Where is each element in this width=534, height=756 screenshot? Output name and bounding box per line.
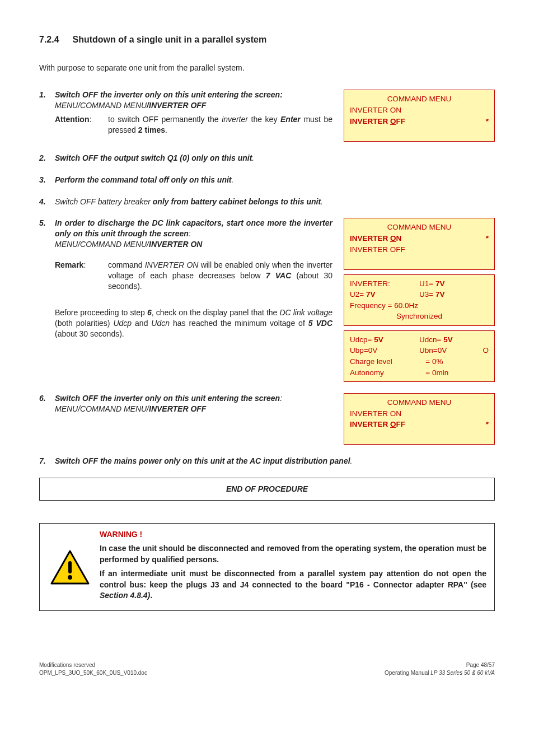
step-7: 7. Switch OFF the mains power only on th… [39,456,495,466]
lcd-row: INVERTER ON [350,408,489,419]
step-6: 6. Switch OFF the inverter only on this … [39,393,495,445]
step-number: 5. [39,218,55,228]
lcd-panel-5c: Udcp= 5V Udcn= 5V Ubp=0V Ubn=0VO Charge … [344,330,495,382]
lcd-panel-5a: COMMAND MENU INVERTER ON * INVERTER OFF [344,218,495,269]
step1-lead: Switch OFF the inverter only on this uni… [55,90,283,99]
step5-lead: In order to discharge the DC link capaci… [55,218,332,238]
lcd-l: U2= 7V [350,289,419,300]
lcd-r: = 0% [425,356,489,367]
step-5: 5. In order to discharge the DC link cap… [39,218,495,382]
lcd-r: U1= 7V [419,278,489,290]
step-number: 1. [39,90,55,100]
lcd-row: INVERTER OFF * [350,116,489,127]
end-of-procedure: END OF PROCEDURE [39,478,495,501]
step5-path2: INVERTER ON [149,240,202,249]
svg-rect-1 [68,561,72,573]
step2-lead: Switch OFF the output switch Q1 (0) only… [55,153,252,162]
intro-text: With purpose to separate one unit from t… [39,63,495,73]
lcd-row: INVERTER OFF [350,244,489,255]
lcd-r: = 0min [425,367,489,379]
section-heading: 7.2.4 Shutdown of a single unit in a par… [39,34,495,46]
lcd-l: Autonomy [350,367,425,379]
section-number: 7.2.4 [39,34,70,46]
page-footer: Modifications reserved OPM_LPS_3UO_50K_6… [39,661,495,677]
lcd-title: COMMAND MENU [350,222,489,233]
step-number: 7. [39,456,55,466]
step5-before: Before proceeding to step 6, check on th… [55,307,332,339]
lcd-row: Synchronized [350,311,489,322]
lcd-r: Udcn= 5V [419,334,489,346]
svg-point-2 [68,575,72,580]
warning-box: WARNING ! In case the unit should be dis… [39,523,495,611]
lcd-l: Charge level [350,356,425,367]
step-1: 1. Switch OFF the inverter only on this … [39,90,495,141]
lcd-panel-5b: INVERTER: U1= 7V U2= 7V U3= 7V Frequency… [344,274,495,326]
lcd-r: Ubn=0VO [419,345,489,356]
warning-title: WARNING ! [100,529,486,540]
step-number: 2. [39,153,55,164]
attention-label: Attention: [55,114,108,136]
lcd-title: COMMAND MENU [350,94,489,105]
step-number: 6. [39,393,55,404]
lcd-panel-1: COMMAND MENU INVERTER ON INVERTER OFF * [344,90,495,141]
lcd-l: Udcp= 5V [350,334,419,346]
lcd-row: INVERTER OFF * [350,419,489,430]
step1-path-plain: MENU/COMMAND MENU [55,101,147,110]
lcd-title: COMMAND MENU [350,397,489,408]
warning-icon [40,524,100,610]
step5-path1: MENU/COMMAND MENU/ [55,240,149,249]
step6-lead: Switch OFF the inverter only on this uni… [55,394,280,403]
remark-text: command INVERTER ON will be enabled only… [108,260,332,292]
lcd-row: Frequency = 60.0Hz [350,300,489,311]
step-2: 2. Switch OFF the output switch Q1 (0) o… [39,153,495,164]
attention-text: to switch OFF permanently the inverter t… [108,114,332,136]
footer-right: Page 48/57 Operating Manual LP 33 Series… [385,661,495,677]
warning-p2: If an intermediate unit must be disconne… [100,568,486,601]
lcd-row: INVERTER ON * [350,233,489,244]
step7-lead: Switch OFF the mains power only on this … [55,456,350,465]
lcd-panel-6: COMMAND MENU INVERTER ON INVERTER OFF * [344,393,495,445]
step1-path-bold: /INVERTER OFF [147,101,206,110]
step6-path2: INVERTER OFF [149,404,206,413]
step-3: 3. Perform the command total off only on… [39,175,495,185]
step4-p1: Switch OFF battery breaker [55,197,151,206]
lcd-l: INVERTER: [350,278,419,290]
step6-path1: MENU/COMMAND MENU/ [55,404,149,413]
warning-p1: In case the unit should be disconnected … [100,543,486,565]
footer-left: Modifications reserved OPM_LPS_3UO_50K_6… [39,661,147,677]
step3-lead: Perform the command total off only on th… [55,175,232,184]
step4-p2: only from battery cabinet belongs to thi… [151,197,321,206]
remark-label: Remark: [55,260,108,292]
lcd-r: U3= 7V [419,289,489,300]
lcd-l: Ubp=0V [350,345,419,356]
lcd-row: INVERTER ON [350,105,489,116]
step-number: 3. [39,175,55,185]
step-number: 4. [39,197,55,207]
section-title: Shutdown of a single unit in a parallel … [72,35,266,44]
step-4: 4. Switch OFF battery breaker only from … [39,197,495,207]
